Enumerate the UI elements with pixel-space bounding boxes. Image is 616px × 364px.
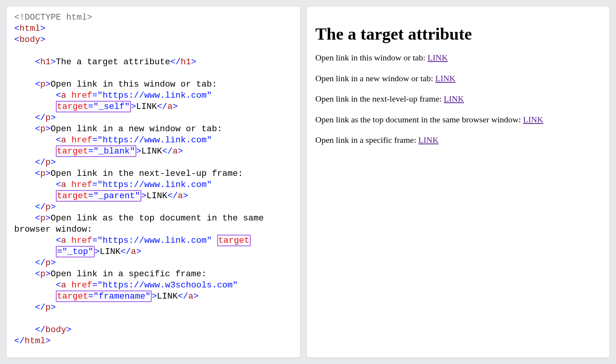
target-highlight: target="_blank" [56, 145, 136, 157]
target-highlight: ="_top" [56, 246, 95, 257]
preview-text: Open link in this window or tab: [315, 53, 427, 62]
target-highlight: target="_parent" [56, 190, 141, 202]
preview-text: Open link as the top document in the sam… [315, 115, 523, 124]
target-highlight: target [217, 235, 251, 246]
preview-text: Open link in the next-level-up frame: [315, 94, 444, 104]
target-highlight: target="_self" [56, 101, 131, 112]
preview-link[interactable]: LINK [523, 115, 544, 124]
preview-link[interactable]: LINK [435, 73, 456, 83]
preview-paragraph: Open link as the top document in the sam… [315, 114, 601, 125]
code-block: <!DOCTYPE html> <html> <body> <h1>The a … [14, 12, 292, 347]
preview-panel: The a target attribute Open link in this… [306, 6, 610, 358]
preview-paragraph: Open link in a specific frame: LINK [315, 135, 601, 145]
split-view: <!DOCTYPE html> <html> <body> <h1>The a … [0, 0, 616, 364]
preview-paragraph: Open link in this window or tab: LINK [315, 52, 601, 63]
preview-paragraph: Open link in the next-level-up frame: LI… [315, 94, 601, 104]
doctype-line: <!DOCTYPE html> [14, 12, 92, 22]
preview-heading: The a target attribute [315, 24, 601, 44]
preview-link[interactable]: LINK [444, 94, 464, 104]
preview-paragraph: Open link in a new window or tab: LINK [315, 73, 601, 84]
target-highlight: target="framename" [56, 291, 152, 302]
preview-text: Open link in a specific frame: [315, 135, 418, 145]
preview-link[interactable]: LINK [427, 53, 448, 62]
preview-link[interactable]: LINK [418, 135, 439, 145]
preview-text: Open link in a new window or tab: [315, 73, 435, 83]
code-panel: <!DOCTYPE html> <html> <body> <h1>The a … [6, 6, 300, 358]
